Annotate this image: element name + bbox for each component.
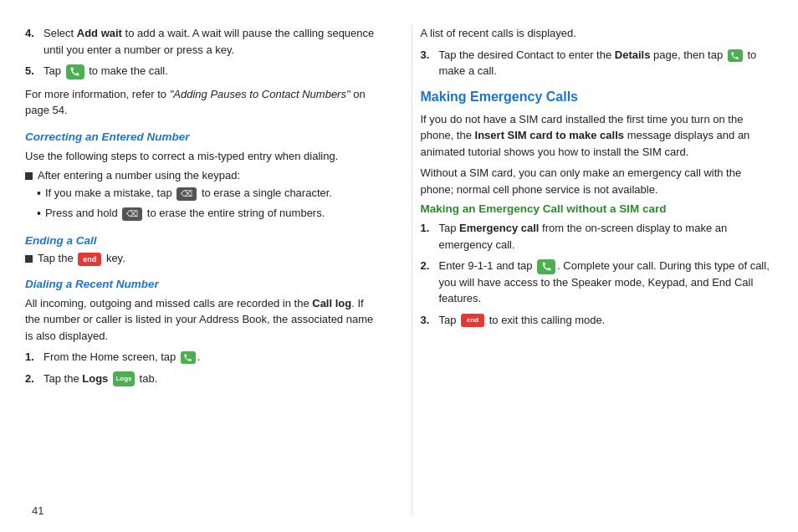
bullet-erase-single-text: If you make a mistake, tap ⌫ to erase a …: [45, 185, 332, 202]
e-step-1-num: 1.: [421, 220, 434, 253]
dialing-step-1-num: 1.: [25, 349, 38, 366]
dialing-heading: Dialing a Recent Number: [25, 278, 378, 290]
dialing-step-2: 2. Tap the Logs Logs tab.: [25, 371, 378, 387]
right-step-3-text: Tap the desired Contact to enter the Det…: [439, 47, 774, 79]
square-bullet-icon: [25, 172, 33, 180]
emergency-step-2: 2. Enter 9-1-1 and tap . Complete your c…: [421, 258, 774, 307]
recent-calls-text: A list of recent calls is displayed.: [421, 25, 774, 42]
ending-square-icon: [25, 255, 33, 263]
step-4-num: 4.: [25, 25, 38, 58]
right-step-3-num: 3.: [421, 47, 434, 79]
dialing-steps: 1. From the Home screen, tap . 2. Tap th…: [25, 349, 378, 386]
right-step-3-list: 3. Tap the desired Contact to enter the …: [421, 47, 774, 79]
details-phone-icon: [728, 49, 743, 62]
right-column: A list of recent calls is displayed. 3. …: [412, 25, 774, 515]
step-5-num: 5.: [25, 63, 38, 79]
keypad-bullets: If you make a mistake, tap ⌫ to erase a …: [25, 185, 378, 223]
e-step-2-num: 2.: [421, 258, 434, 307]
backspace-icon: ⌫: [176, 187, 197, 201]
dialing-desc: All incoming, outgoing and missed calls …: [25, 295, 378, 345]
e-step-2-text: Enter 9-1-1 and tap . Complete your call…: [439, 258, 774, 307]
page-number: 41: [32, 504, 43, 517]
left-column: 4. Select Add wait to add a wait. A wait…: [25, 25, 386, 515]
home-phone-icon: [181, 351, 196, 364]
emergency-heading: Making Emergency Calls: [421, 90, 774, 105]
logs-icon: Logs: [113, 371, 135, 386]
emergency-p1: If you do not have a SIM card installed …: [421, 111, 774, 161]
phone-green-icon: [66, 64, 84, 79]
after-entering-text: After entering a number using the keypad…: [38, 169, 240, 182]
bullet-erase-single: If you make a mistake, tap ⌫ to erase a …: [37, 185, 378, 202]
correcting-desc: Use the following steps to correct a mis…: [25, 148, 378, 165]
dialing-step-2-text: Tap the Logs Logs tab.: [43, 371, 157, 387]
e-step-3-text: Tap end to exit this calling mode.: [439, 312, 606, 329]
reference-text: For more information, refer to "Adding P…: [25, 86, 378, 119]
backspace-hold-icon: ⌫: [122, 207, 142, 221]
step-5-item: 5. Tap to make the call.: [25, 63, 378, 79]
right-step-3: 3. Tap the desired Contact to enter the …: [421, 47, 774, 79]
end-call-icon: end: [78, 253, 101, 266]
dialing-step-1-text: From the Home screen, tap .: [43, 349, 200, 366]
ending-bullet: Tap the end key.: [25, 252, 378, 266]
emergency-step-1: 1. Tap Emergency call from the on-screen…: [421, 220, 774, 253]
dialing-step-2-num: 2.: [25, 371, 38, 387]
ending-text: Tap the end key.: [38, 252, 125, 266]
step-5-text: Tap to make the call.: [43, 63, 168, 79]
ending-heading: Ending a Call: [25, 234, 378, 247]
emergency-p2: Without a SIM card, you can only make an…: [421, 165, 774, 197]
bullet-erase-all: Press and hold ⌫ to erase the entire str…: [37, 205, 378, 223]
step-4-text: Select Add wait to add a wait. A wait wi…: [43, 25, 378, 58]
step-4-item: 4. Select Add wait to add a wait. A wait…: [25, 25, 378, 58]
emergency-sub-heading: Making an Emergency Call without a SIM c…: [421, 202, 774, 215]
e-step-3-num: 3.: [421, 312, 434, 329]
emergency-step-3: 3. Tap end to exit this calling mode.: [421, 312, 774, 329]
after-entering-bullet: After entering a number using the keypad…: [25, 169, 378, 182]
correcting-heading: Correcting an Entered Number: [25, 130, 378, 143]
emergency-steps: 1. Tap Emergency call from the on-screen…: [421, 220, 774, 328]
bullet-erase-all-text: Press and hold ⌫ to erase the entire str…: [45, 205, 325, 223]
dialing-step-1: 1. From the Home screen, tap .: [25, 349, 378, 366]
exit-end-icon: end: [461, 314, 484, 327]
emergency-call-icon: [537, 259, 555, 274]
e-step-1-text: Tap Emergency call from the on-screen di…: [439, 220, 774, 253]
